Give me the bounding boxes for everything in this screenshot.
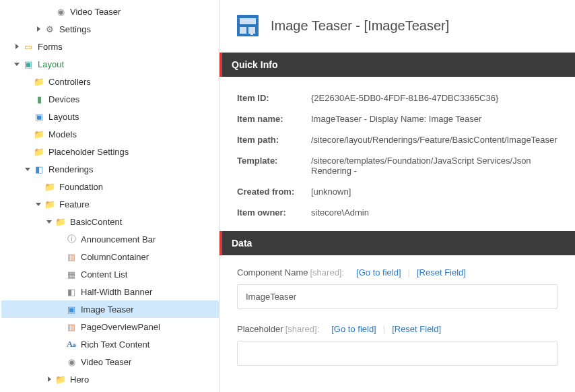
separator: | xyxy=(383,324,385,334)
expander-icon[interactable] xyxy=(23,164,32,174)
quickinfo-row: Created from: [unknown] xyxy=(219,181,575,202)
video-icon: ◉ xyxy=(66,356,77,367)
quickinfo-label: Item path: xyxy=(237,135,311,145)
tree-item-content-list[interactable]: ▦ Content List xyxy=(1,265,219,283)
tree-item-layout[interactable]: ▣ Layout xyxy=(1,55,219,73)
shared-tag: [shared]: xyxy=(310,267,345,277)
tree-item-column-container[interactable]: ▥ ColumnContainer xyxy=(1,248,219,265)
tree-item-image-teaser[interactable]: ▣ Image Teaser xyxy=(1,300,219,318)
folder-icon: 📁 xyxy=(34,146,44,157)
field-placeholder: Placeholder [shared]: [Go to field] | [R… xyxy=(219,312,575,368)
tree-item-settings[interactable]: ⚙ Settings xyxy=(1,20,219,38)
item-title-bar: Image Teaser - [ImageTeaser] xyxy=(219,0,575,50)
quickinfo-value: {2E2630AE-5DB0-4FDF-81B6-47DBC3365C36} xyxy=(311,93,557,103)
tree-item-hero[interactable]: 📁 Hero xyxy=(1,370,219,388)
expander-icon[interactable] xyxy=(34,199,43,209)
richtext-icon: Aₐ xyxy=(66,339,77,350)
reset-field-link[interactable]: [Reset Field] xyxy=(392,324,441,334)
section-data[interactable]: Data xyxy=(219,231,575,255)
tree-item-feature[interactable]: 📁 Feature xyxy=(1,195,219,213)
quickinfo-value: /sitecore/templates/Foundation/JavaScrip… xyxy=(311,156,557,176)
list-icon: ▦ xyxy=(66,269,77,280)
folder-icon: 📁 xyxy=(55,374,66,385)
quickinfo-row: Item name: ImageTeaser - Display Name: I… xyxy=(219,108,575,129)
separator: | xyxy=(408,267,410,277)
tree-item-foundation[interactable]: 📁 Foundation xyxy=(1,178,219,195)
go-to-field-link[interactable]: [Go to field] xyxy=(331,324,376,334)
folder-icon: 📁 xyxy=(34,129,44,139)
tree-item-renderings[interactable]: ◧ Renderings xyxy=(1,160,219,178)
folder-icon: 📁 xyxy=(55,216,66,227)
columns-icon: ▥ xyxy=(66,251,77,262)
renderings-icon: ◧ xyxy=(34,164,44,174)
tree-item-video-teaser-top[interactable]: ◉ Video Teaser xyxy=(1,3,219,20)
info-icon: ⓘ xyxy=(66,234,77,244)
folder-icon: 📁 xyxy=(44,181,55,192)
folder-icon: 📁 xyxy=(34,76,44,87)
quickinfo-row: Item path: /sitecore/layout/Renderings/F… xyxy=(219,129,575,150)
section-quick-info[interactable]: Quick Info xyxy=(219,53,575,77)
tree-item-layouts[interactable]: ▣ Layouts xyxy=(1,108,219,125)
image-teaser-icon xyxy=(237,15,259,36)
expander-icon[interactable] xyxy=(44,374,54,384)
tree-item-forms[interactable]: ▭ Forms xyxy=(1,38,219,55)
expander-icon[interactable] xyxy=(12,59,22,69)
tree-item-page-overview-panel[interactable]: ▥ PageOverviewPanel xyxy=(1,318,219,335)
tree-item-devices[interactable]: ▮ Devices xyxy=(1,90,219,108)
folder-icon: ▭ xyxy=(23,41,34,52)
component-name-input[interactable] xyxy=(237,284,557,309)
expander-icon[interactable] xyxy=(12,42,22,51)
quickinfo-label: Template: xyxy=(237,156,311,176)
image-icon: ▣ xyxy=(66,304,77,315)
tree-item-basiccontent[interactable]: 📁 BasicContent xyxy=(1,213,219,230)
quickinfo-row: Template: /sitecore/templates/Foundation… xyxy=(219,150,575,181)
device-icon: ▮ xyxy=(34,94,44,104)
item-title: Image Teaser - [ImageTeaser] xyxy=(271,18,449,34)
field-component-name: Component Name [shared]: [Go to field] |… xyxy=(219,255,575,312)
tree-item-rich-text-content[interactable]: Aₐ Rich Text Content xyxy=(1,335,219,353)
reset-field-link[interactable]: [Reset Field] xyxy=(417,267,466,277)
panel-icon: ▥ xyxy=(66,321,77,332)
expander-icon[interactable] xyxy=(34,24,43,34)
content-tree[interactable]: ◉ Video Teaser ⚙ Settings ▭ Forms ▣ Layo… xyxy=(0,0,219,392)
placeholder-input[interactable] xyxy=(237,341,557,366)
content-editor: Image Teaser - [ImageTeaser] Quick Info … xyxy=(219,0,575,392)
tree-item-placeholder-settings[interactable]: 📁 Placeholder Settings xyxy=(1,143,219,160)
field-label: Placeholder xyxy=(237,324,283,334)
tree-item-models[interactable]: 📁 Models xyxy=(1,125,219,143)
field-label: Component Name xyxy=(237,267,308,277)
quickinfo-row: Item ID: {2E2630AE-5DB0-4FDF-81B6-47DBC3… xyxy=(219,88,575,108)
folder-icon: 📁 xyxy=(44,199,55,209)
shared-tag: [shared]: xyxy=(285,324,320,334)
quickinfo-value: ImageTeaser - Display Name: Image Teaser xyxy=(311,114,557,124)
quickinfo-value: [unknown] xyxy=(311,187,557,197)
folder-icon: ▣ xyxy=(23,59,34,69)
tree-item-half-width-banner[interactable]: ◧ Half-Width Banner xyxy=(1,283,219,300)
video-icon: ◉ xyxy=(55,6,66,17)
quickinfo-value: sitecore\Admin xyxy=(311,207,557,218)
quickinfo-value: /sitecore/layout/Renderings/Feature/Basi… xyxy=(311,135,557,145)
tree-item-controllers[interactable]: 📁 Controllers xyxy=(1,73,219,90)
quickinfo-row: Item owner: sitecore\Admin xyxy=(219,202,575,223)
tree-item-announcement-bar[interactable]: ⓘ Announcement Bar xyxy=(1,230,219,248)
quickinfo-label: Item name: xyxy=(237,114,311,124)
layouts-icon: ▣ xyxy=(34,111,44,122)
go-to-field-link[interactable]: [Go to field] xyxy=(356,267,401,277)
tree-item-navigation[interactable]: 📁 Navigation xyxy=(1,388,219,392)
quickinfo-label: Created from: xyxy=(237,187,311,197)
quickinfo-label: Item owner: xyxy=(237,207,311,218)
tree-item-video-teaser[interactable]: ◉ Video Teaser xyxy=(1,353,219,370)
gear-icon: ⚙ xyxy=(44,24,55,34)
quickinfo-label: Item ID: xyxy=(237,93,311,103)
banner-icon: ◧ xyxy=(66,286,77,297)
expander-icon[interactable] xyxy=(44,217,54,226)
